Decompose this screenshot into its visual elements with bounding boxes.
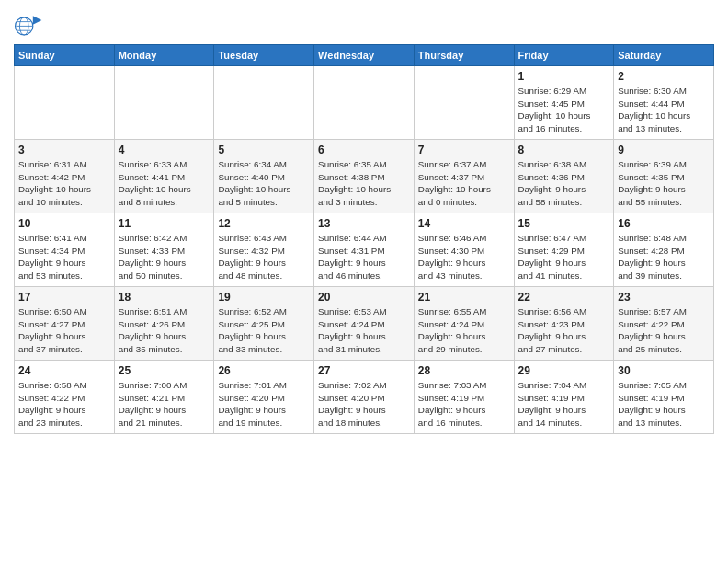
table-row: 5Sunrise: 6:34 AM Sunset: 4:40 PM Daylig… (214, 140, 314, 213)
calendar-week-row: 3Sunrise: 6:31 AM Sunset: 4:42 PM Daylig… (15, 140, 714, 213)
calendar-week-row: 24Sunrise: 6:58 AM Sunset: 4:22 PM Dayli… (15, 361, 714, 434)
table-row: 17Sunrise: 6:50 AM Sunset: 4:27 PM Dayli… (15, 287, 115, 361)
table-row: 22Sunrise: 6:56 AM Sunset: 4:23 PM Dayli… (514, 287, 614, 361)
table-row: 15Sunrise: 6:47 AM Sunset: 4:29 PM Dayli… (514, 213, 614, 287)
day-number: 5 (218, 144, 310, 156)
day-number: 30 (618, 364, 710, 377)
day-number: 29 (518, 364, 610, 377)
day-info: Sunrise: 6:48 AM Sunset: 4:28 PM Dayligh… (618, 232, 710, 282)
day-info: Sunrise: 6:51 AM Sunset: 4:26 PM Dayligh… (119, 305, 210, 356)
table-row: 19Sunrise: 6:52 AM Sunset: 4:25 PM Dayli… (214, 287, 314, 361)
day-number: 14 (418, 217, 510, 230)
day-number: 20 (318, 291, 410, 304)
calendar-week-row: 10Sunrise: 6:41 AM Sunset: 4:34 PM Dayli… (15, 213, 714, 287)
table-row: 8Sunrise: 6:38 AM Sunset: 4:36 PM Daylig… (514, 140, 614, 213)
day-number: 8 (518, 144, 610, 156)
day-info: Sunrise: 6:31 AM Sunset: 4:42 PM Dayligh… (18, 158, 110, 209)
table-row: 29Sunrise: 7:04 AM Sunset: 4:19 PM Dayli… (514, 361, 614, 434)
day-info: Sunrise: 6:55 AM Sunset: 4:24 PM Dayligh… (418, 305, 510, 356)
day-number: 15 (518, 217, 610, 230)
day-number: 11 (119, 217, 210, 230)
day-info: Sunrise: 6:58 AM Sunset: 4:22 PM Dayligh… (18, 379, 110, 430)
day-info: Sunrise: 7:01 AM Sunset: 4:20 PM Dayligh… (218, 379, 310, 430)
table-row (114, 66, 214, 140)
table-row: 10Sunrise: 6:41 AM Sunset: 4:34 PM Dayli… (15, 213, 115, 287)
table-row: 1Sunrise: 6:29 AM Sunset: 4:45 PM Daylig… (514, 66, 614, 140)
table-row (314, 66, 415, 140)
weekday-header: Thursday (414, 45, 514, 66)
day-number: 7 (418, 144, 510, 156)
day-info: Sunrise: 6:52 AM Sunset: 4:25 PM Dayligh… (218, 305, 310, 356)
table-row: 4Sunrise: 6:33 AM Sunset: 4:41 PM Daylig… (114, 140, 214, 213)
table-row: 2Sunrise: 6:30 AM Sunset: 4:44 PM Daylig… (614, 66, 714, 140)
day-info: Sunrise: 6:37 AM Sunset: 4:37 PM Dayligh… (418, 158, 510, 209)
day-number: 16 (618, 217, 710, 230)
logo (14, 13, 47, 39)
day-info: Sunrise: 6:46 AM Sunset: 4:30 PM Dayligh… (418, 232, 510, 282)
weekday-header-row: SundayMondayTuesdayWednesdayThursdayFrid… (15, 45, 714, 66)
day-number: 28 (418, 364, 510, 377)
day-info: Sunrise: 6:43 AM Sunset: 4:32 PM Dayligh… (218, 232, 310, 282)
calendar-body: 1Sunrise: 6:29 AM Sunset: 4:45 PM Daylig… (15, 66, 714, 434)
day-number: 18 (119, 291, 210, 304)
table-row: 24Sunrise: 6:58 AM Sunset: 4:22 PM Dayli… (15, 361, 115, 434)
day-info: Sunrise: 7:02 AM Sunset: 4:20 PM Dayligh… (318, 379, 410, 430)
day-number: 10 (18, 217, 110, 230)
day-info: Sunrise: 7:03 AM Sunset: 4:19 PM Dayligh… (418, 379, 510, 430)
table-row (214, 66, 314, 140)
table-row: 11Sunrise: 6:42 AM Sunset: 4:33 PM Dayli… (114, 213, 214, 287)
table-row: 23Sunrise: 6:57 AM Sunset: 4:22 PM Dayli… (614, 287, 714, 361)
day-info: Sunrise: 6:44 AM Sunset: 4:31 PM Dayligh… (318, 232, 410, 282)
day-number: 19 (218, 291, 310, 304)
day-info: Sunrise: 6:57 AM Sunset: 4:22 PM Dayligh… (618, 305, 710, 356)
calendar-header: SundayMondayTuesdayWednesdayThursdayFrid… (15, 45, 714, 66)
day-info: Sunrise: 7:04 AM Sunset: 4:19 PM Dayligh… (518, 379, 610, 430)
table-row: 27Sunrise: 7:02 AM Sunset: 4:20 PM Dayli… (314, 361, 415, 434)
weekday-header: Friday (514, 45, 614, 66)
day-number: 9 (618, 144, 710, 156)
table-row: 21Sunrise: 6:55 AM Sunset: 4:24 PM Dayli… (414, 287, 514, 361)
day-info: Sunrise: 6:56 AM Sunset: 4:23 PM Dayligh… (518, 305, 610, 356)
weekday-header: Monday (114, 45, 214, 66)
day-number: 24 (18, 364, 110, 377)
table-row: 3Sunrise: 6:31 AM Sunset: 4:42 PM Daylig… (15, 140, 115, 213)
weekday-header: Tuesday (214, 45, 314, 66)
day-number: 1 (518, 70, 610, 83)
day-number: 26 (218, 364, 310, 377)
day-number: 13 (318, 217, 410, 230)
day-info: Sunrise: 6:33 AM Sunset: 4:41 PM Dayligh… (119, 158, 210, 209)
day-number: 17 (18, 291, 110, 304)
day-number: 21 (418, 291, 510, 304)
header (14, 9, 714, 39)
table-row: 26Sunrise: 7:01 AM Sunset: 4:20 PM Dayli… (214, 361, 314, 434)
table-row: 9Sunrise: 6:39 AM Sunset: 4:35 PM Daylig… (614, 140, 714, 213)
day-info: Sunrise: 6:34 AM Sunset: 4:40 PM Dayligh… (218, 158, 310, 209)
day-number: 2 (618, 70, 710, 83)
day-info: Sunrise: 6:53 AM Sunset: 4:24 PM Dayligh… (318, 305, 410, 356)
table-row (15, 66, 115, 140)
weekday-header: Wednesday (314, 45, 415, 66)
table-row: 28Sunrise: 7:03 AM Sunset: 4:19 PM Dayli… (414, 361, 514, 434)
table-row: 20Sunrise: 6:53 AM Sunset: 4:24 PM Dayli… (314, 287, 415, 361)
table-row: 16Sunrise: 6:48 AM Sunset: 4:28 PM Dayli… (614, 213, 714, 287)
day-number: 3 (18, 144, 110, 156)
calendar-week-row: 17Sunrise: 6:50 AM Sunset: 4:27 PM Dayli… (15, 287, 714, 361)
table-row: 25Sunrise: 7:00 AM Sunset: 4:21 PM Dayli… (114, 361, 214, 434)
table-row: 30Sunrise: 7:05 AM Sunset: 4:19 PM Dayli… (614, 361, 714, 434)
table-row: 13Sunrise: 6:44 AM Sunset: 4:31 PM Dayli… (314, 213, 415, 287)
day-info: Sunrise: 6:29 AM Sunset: 4:45 PM Dayligh… (518, 85, 610, 135)
table-row: 7Sunrise: 6:37 AM Sunset: 4:37 PM Daylig… (414, 140, 514, 213)
day-info: Sunrise: 6:35 AM Sunset: 4:38 PM Dayligh… (318, 158, 410, 209)
day-number: 23 (618, 291, 710, 304)
day-number: 25 (119, 364, 210, 377)
table-row (414, 66, 514, 140)
day-info: Sunrise: 6:38 AM Sunset: 4:36 PM Dayligh… (518, 158, 610, 209)
table-row: 12Sunrise: 6:43 AM Sunset: 4:32 PM Dayli… (214, 213, 314, 287)
day-info: Sunrise: 6:47 AM Sunset: 4:29 PM Dayligh… (518, 232, 610, 282)
day-info: Sunrise: 6:41 AM Sunset: 4:34 PM Dayligh… (18, 232, 110, 282)
day-info: Sunrise: 6:39 AM Sunset: 4:35 PM Dayligh… (618, 158, 710, 209)
weekday-header: Saturday (614, 45, 714, 66)
calendar-week-row: 1Sunrise: 6:29 AM Sunset: 4:45 PM Daylig… (15, 66, 714, 140)
day-info: Sunrise: 6:30 AM Sunset: 4:44 PM Dayligh… (618, 85, 710, 135)
table-row: 6Sunrise: 6:35 AM Sunset: 4:38 PM Daylig… (314, 140, 415, 213)
